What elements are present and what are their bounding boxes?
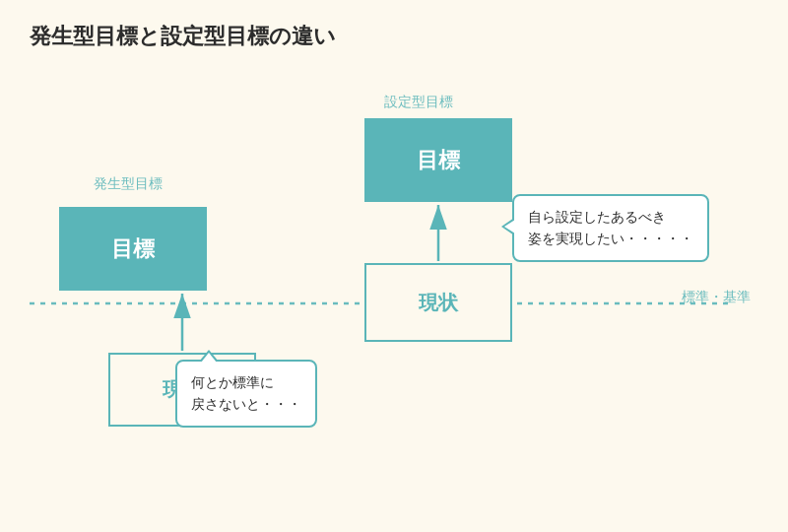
hassei-mokuhyo-box: 目標 bbox=[59, 207, 207, 291]
hassei-label: 発生型目標 bbox=[94, 175, 163, 193]
standard-label: 標準・基準 bbox=[682, 289, 751, 306]
settei-mokuhyo-box: 目標 bbox=[364, 118, 512, 202]
settei-label: 設定型目標 bbox=[384, 94, 453, 111]
bubble-left: 何とか標準に 戻さないと・・・ bbox=[175, 360, 317, 428]
settei-genjo-box: 現状 bbox=[364, 263, 512, 342]
bubble-right: 自ら設定したあるべき 姿を実現したい・・・・・ bbox=[512, 194, 709, 262]
page-title: 発生型目標と設定型目標の違い bbox=[30, 22, 336, 51]
